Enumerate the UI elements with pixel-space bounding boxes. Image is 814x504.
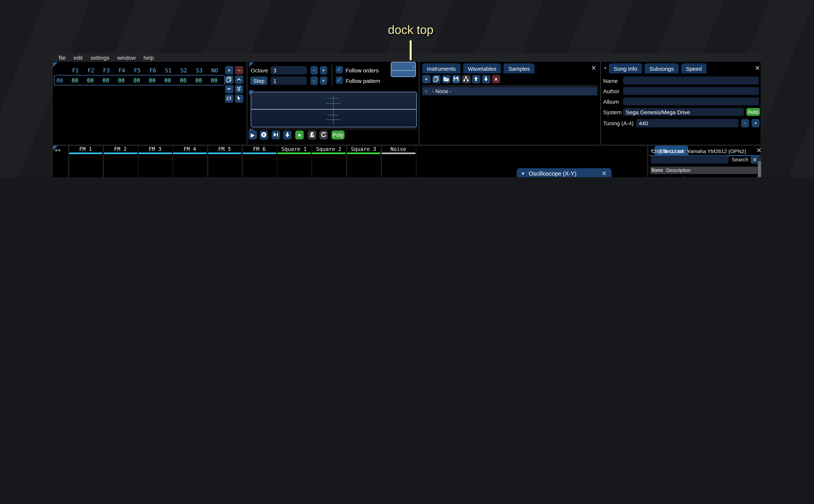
instruments-close-icon[interactable]: ✕ — [591, 65, 597, 71]
play-button[interactable]: ▶ — [249, 131, 257, 139]
effect-search-input[interactable] — [651, 156, 729, 164]
name-input[interactable] — [623, 76, 759, 84]
instruments-tab[interactable]: Instruments — [422, 63, 461, 73]
collapse-triangle-icon[interactable]: ▼ — [521, 171, 525, 176]
search-label: Search — [732, 157, 748, 162]
channel-header-cell[interactable]: FM 4 — [172, 145, 207, 155]
desktop: fileeditsettingswindowhelp F1F2F3F4F5F6S… — [0, 0, 814, 177]
system-auto-button[interactable]: Auto — [746, 108, 760, 116]
step-minus-button[interactable]: - — [310, 76, 317, 85]
instruments-collapse-icon[interactable]: ▼ — [411, 65, 416, 70]
channel-color-bar — [381, 153, 415, 154]
order-move-down-button[interactable] — [225, 85, 233, 93]
step-input[interactable]: 1 — [270, 76, 307, 85]
instrument-open-button[interactable] — [442, 75, 450, 83]
channel-color-bar — [312, 153, 345, 154]
order-cell[interactable]: 00 — [114, 77, 129, 83]
channel-header-cell[interactable]: Noise — [381, 145, 416, 155]
effect-table-header: Name Description — [650, 167, 758, 174]
poly-button[interactable]: Poly — [331, 131, 344, 139]
order-cell[interactable]: 00 — [67, 77, 83, 83]
order-cell[interactable]: 00 — [129, 77, 144, 83]
chip-at-cursor-text: Chip at cursor: Yamaha YM2612 (OPN2) — [651, 148, 746, 154]
order-add-button[interactable]: + — [225, 66, 233, 74]
order-duplicate-end-button[interactable] — [235, 85, 243, 93]
menu-item[interactable]: file — [59, 54, 66, 60]
orders-channel-header: F6 — [145, 67, 160, 73]
tuning-minus-button[interactable]: - — [741, 119, 749, 127]
instrument-duplicate-button[interactable] — [432, 75, 441, 83]
menu-item[interactable]: edit — [74, 54, 83, 60]
channel-header-cell[interactable]: FM 1 — [68, 145, 103, 155]
octave-plus-button[interactable]: + — [320, 66, 327, 74]
octave-minus-button[interactable]: - — [310, 66, 317, 74]
step-row-button[interactable] — [283, 131, 292, 139]
channel-header-cell[interactable]: Square 1 — [277, 145, 311, 155]
record-button[interactable]: ● — [295, 131, 304, 139]
menu-item[interactable]: window — [117, 54, 136, 60]
channel-header-cell[interactable]: FM 2 — [103, 145, 138, 155]
channel-header-cell[interactable]: Square 2 — [311, 145, 346, 155]
menu-item[interactable]: help — [143, 54, 154, 60]
instruments-tab[interactable]: Wavetables — [463, 63, 501, 73]
channel-name: FM 5 — [207, 146, 242, 152]
instrument-add-button[interactable]: + — [422, 75, 431, 83]
pattern-expand-control[interactable]: ++ — [55, 147, 61, 153]
follow-pattern-checkbox[interactable]: ✓ — [336, 76, 343, 83]
channel-header-cell[interactable]: FM 6 — [242, 145, 277, 155]
orders-row[interactable]: 00 00000000000000000000 — [54, 75, 225, 85]
oscilloscope-xy-window[interactable]: ▼ Oscilloscope (X-Y) ✕ — [517, 168, 612, 177]
order-edit-mode-button[interactable] — [235, 94, 243, 102]
order-move-up-button[interactable] — [235, 76, 243, 84]
octave-input[interactable]: 3 — [270, 66, 307, 74]
order-cell[interactable]: 00 — [83, 77, 98, 83]
effect-row[interactable]: 00xy Arpeggio — [651, 176, 756, 177]
album-input[interactable] — [623, 97, 759, 105]
channel-header-cell[interactable]: Square 3 — [346, 145, 381, 155]
instrument-delete-button[interactable]: × — [492, 75, 500, 83]
effect-col-description: Description — [666, 168, 691, 173]
instrument-list-item[interactable]: ○ - None - — [422, 87, 598, 95]
song-info-tab[interactable]: Song Info — [609, 63, 642, 73]
oscilloscope-close-icon[interactable]: ✕ — [601, 170, 607, 177]
instrument-move-down-button[interactable] — [482, 75, 490, 83]
follow-orders-checkbox[interactable]: ✓ — [336, 66, 343, 73]
order-cell[interactable]: 00 — [191, 77, 206, 83]
play-from-cursor-button[interactable] — [272, 131, 280, 139]
order-cell[interactable]: 00 — [160, 77, 175, 83]
orders-header: F1F2F3F4F5F6S1S2S3NO — [55, 67, 222, 73]
author-input[interactable] — [623, 87, 759, 95]
metronome-button[interactable] — [308, 131, 316, 139]
order-cell[interactable]: 00 — [175, 77, 191, 83]
repeat-pattern-button[interactable] — [319, 131, 328, 139]
order-cell[interactable]: 00 — [98, 77, 114, 83]
song-info-tab[interactable]: Speed — [681, 63, 707, 73]
tuning-plus-button[interactable]: + — [752, 119, 759, 127]
order-remove-button[interactable]: − — [235, 66, 243, 74]
tuning-input[interactable]: 440 — [636, 119, 738, 127]
song-info-close-icon[interactable]: ✕ — [754, 65, 761, 71]
panel-corner-decoration — [53, 62, 58, 67]
instrument-save-button[interactable] — [452, 75, 460, 83]
instrument-tree-view-button[interactable] — [462, 75, 470, 83]
order-cell[interactable]: 00 — [144, 77, 160, 83]
master-oscilloscope[interactable] — [251, 92, 417, 127]
order-deep-clone-button[interactable] — [225, 94, 233, 102]
scrollbar-thumb[interactable] — [758, 161, 761, 177]
step-plus-button[interactable]: + — [320, 76, 327, 85]
song-info-collapse-icon[interactable]: ▼ — [603, 66, 607, 71]
author-label: Author — [603, 88, 619, 94]
effect-list-scrollbar[interactable] — [757, 157, 762, 177]
order-duplicate-button[interactable] — [225, 76, 233, 84]
order-cell[interactable]: 00 — [206, 77, 222, 83]
system-select[interactable]: Sega Genesis/Mega Drive — [623, 108, 744, 116]
oscilloscope-title-bar[interactable]: ▼ Oscilloscope (X-Y) ✕ — [517, 168, 612, 177]
instrument-move-up-button[interactable] — [472, 75, 480, 83]
play-pattern-button[interactable] — [259, 131, 268, 139]
channel-header-cell[interactable]: FM 5 — [207, 145, 242, 155]
channel-color-bar — [242, 153, 276, 154]
song-info-tab[interactable]: Subsongs — [645, 63, 679, 73]
instruments-tab[interactable]: Samples — [504, 63, 535, 73]
menu-item[interactable]: settings — [90, 54, 109, 60]
channel-header-cell[interactable]: FM 3 — [138, 145, 172, 155]
